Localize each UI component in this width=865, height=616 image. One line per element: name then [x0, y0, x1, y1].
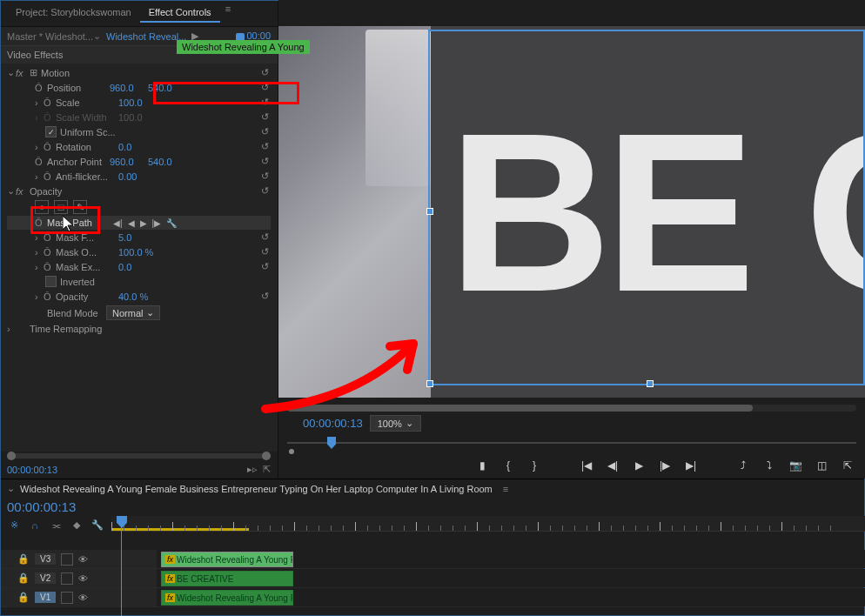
timeline-ruler[interactable]: [111, 516, 865, 532]
sequence-name[interactable]: Wideshot Revealing A Young Female Busine…: [20, 484, 493, 494]
timeline-timecode[interactable]: 00:00:00:13: [7, 499, 76, 514]
time-remapping-row[interactable]: ›fx Time Remapping: [7, 322, 271, 336]
mask-expansion-row[interactable]: ›Ō Mask Ex... 0.0 ↺: [7, 259, 271, 274]
panel-menu-icon[interactable]: ≡: [225, 3, 231, 23]
opacity-effect-row[interactable]: ⌄fx Opacity ↺: [7, 184, 271, 198]
reset-icon[interactable]: ↺: [258, 291, 271, 302]
reset-icon[interactable]: ↺: [258, 141, 271, 152]
master-clip-label[interactable]: Master * Wideshot...: [7, 31, 93, 42]
lock-icon[interactable]: 🔒: [17, 553, 30, 565]
mark-out-bracket-icon[interactable]: }: [526, 458, 543, 473]
wrench-icon[interactable]: 🔧: [91, 519, 104, 531]
clip-v3[interactable]: fx Wideshot Revealing A Young Female Bus…: [161, 552, 293, 567]
stopwatch-icon[interactable]: Ō: [44, 171, 56, 182]
camera-icon[interactable]: 📷: [787, 458, 804, 473]
ellipse-mask-icon[interactable]: ○: [35, 200, 49, 214]
reset-icon[interactable]: ↺: [258, 67, 271, 78]
clip-v1[interactable]: fx Wideshot Revealing A Young Female Bus…: [161, 590, 293, 606]
step-back-icon[interactable]: ◀|: [604, 458, 621, 473]
magnet-icon[interactable]: ∩: [28, 520, 42, 531]
wrench-icon[interactable]: 🔧: [164, 218, 178, 228]
checkbox-icon[interactable]: [45, 276, 57, 287]
eye-icon[interactable]: 👁: [78, 554, 88, 565]
track-label[interactable]: V3: [35, 553, 56, 565]
video-preview[interactable]: BE CR: [278, 26, 865, 398]
opacity-value-row[interactable]: ›Ō Opacity 40.0 % ↺: [7, 289, 271, 304]
mute-toggle[interactable]: [61, 553, 73, 566]
reset-icon[interactable]: ↺: [258, 126, 271, 137]
panel-timecode[interactable]: 00:00:00:13: [7, 465, 57, 475]
reset-icon[interactable]: ↺: [258, 185, 271, 197]
tab-effect-controls[interactable]: Effect Controls: [140, 3, 220, 23]
go-to-in-icon[interactable]: |◀: [578, 458, 595, 473]
marker-icon[interactable]: ◆: [70, 519, 84, 531]
snap-icon[interactable]: ※: [7, 519, 21, 531]
mask-opacity-row[interactable]: ›Ō Mask O... 100.0 % ↺: [7, 244, 271, 259]
anchor-point-row[interactable]: Ō Anchor Point 960.0 540.0 ↺: [7, 154, 271, 169]
reset-icon[interactable]: ↺: [258, 246, 271, 258]
mute-toggle[interactable]: [61, 572, 73, 585]
motion-effect-row[interactable]: ⌄fx ⊞ Motion ↺: [7, 65, 271, 80]
lift-icon[interactable]: ⤴: [734, 458, 752, 473]
reset-icon[interactable]: ↺: [258, 261, 271, 272]
linked-selection-icon[interactable]: ⫘: [49, 520, 63, 531]
track-forward-icon[interactable]: ▶: [138, 218, 149, 228]
stopwatch-icon[interactable]: Ō: [44, 291, 56, 302]
track-label[interactable]: V1: [35, 592, 56, 603]
play-icon[interactable]: ▶: [630, 458, 647, 473]
step-forward-icon[interactable]: |▶: [656, 458, 674, 473]
program-ruler[interactable]: [287, 437, 856, 452]
stopwatch-icon[interactable]: Ō: [35, 83, 47, 93]
blend-mode-row[interactable]: Blend Mode Normal⌄: [7, 304, 271, 322]
inverted-row[interactable]: Inverted: [7, 274, 271, 289]
rotation-row[interactable]: ›Ō Rotation 0.0 ↺: [7, 139, 271, 154]
export-frame-icon[interactable]: ⇱: [839, 458, 856, 473]
lock-icon[interactable]: 🔒: [17, 592, 30, 603]
eye-icon[interactable]: 👁: [78, 573, 88, 584]
stopwatch-icon[interactable]: Ō: [44, 97, 56, 108]
next-keyframe-icon[interactable]: |▶: [151, 218, 164, 228]
blend-mode-dropdown[interactable]: Normal⌄: [106, 305, 160, 320]
sequence-clip-link[interactable]: Wideshot Reveal...: [106, 31, 186, 42]
rectangle-mask-icon[interactable]: □: [54, 200, 68, 214]
monitor-h-scrollbar[interactable]: [287, 405, 856, 412]
tab-project[interactable]: Project: Storyblockswoman: [7, 3, 140, 23]
chevron-down-icon[interactable]: ⌄: [93, 30, 101, 42]
extract-icon[interactable]: ⤵: [761, 458, 778, 473]
mask-path-row[interactable]: Ō Mask Path ◀| ◀ ▶ |▶ 🔧: [7, 216, 271, 230]
timeline-playhead[interactable]: [117, 516, 127, 528]
eye-icon[interactable]: 👁: [78, 593, 88, 603]
reset-icon[interactable]: ↺: [258, 171, 271, 182]
panel-menu-icon[interactable]: ≡: [503, 484, 508, 494]
zoom-dropdown[interactable]: 100%⌄: [370, 415, 421, 432]
antiflicker-row[interactable]: ›Ō Anti-flicker... 0.00 ↺: [7, 169, 271, 184]
lock-icon[interactable]: 🔒: [17, 572, 30, 584]
reset-icon[interactable]: ↺: [258, 231, 271, 243]
chevron-down-icon[interactable]: ⌄: [7, 483, 15, 494]
reset-icon[interactable]: ↺: [258, 82, 271, 93]
export-icon[interactable]: ⇱: [263, 464, 271, 475]
track-label[interactable]: V2: [35, 572, 56, 584]
checkbox-checked-icon[interactable]: ✓: [45, 126, 57, 137]
mark-in-bracket-icon[interactable]: {: [500, 458, 517, 473]
effect-timeline-scrollbar[interactable]: [0, 452, 278, 460]
stopwatch-icon[interactable]: Ō: [35, 157, 47, 167]
stopwatch-icon[interactable]: Ō: [44, 247, 56, 258]
mark-in-icon[interactable]: ▮: [473, 458, 491, 473]
stopwatch-icon[interactable]: Ō: [44, 142, 56, 152]
stopwatch-icon[interactable]: Ō: [35, 218, 47, 228]
reset-icon[interactable]: ↺: [258, 156, 271, 167]
pen-mask-icon[interactable]: ✎: [73, 200, 87, 214]
loop-icon[interactable]: ▸▹: [247, 464, 258, 475]
stopwatch-icon[interactable]: Ō: [44, 262, 56, 272]
compare-icon[interactable]: ◫: [813, 458, 830, 473]
go-to-out-icon[interactable]: ▶|: [682, 458, 700, 473]
program-timecode[interactable]: 00:00:00:13: [303, 417, 363, 430]
reset-icon[interactable]: ↺: [258, 97, 271, 108]
mask-feather-row[interactable]: ›Ō Mask F...5.0 ↺: [7, 230, 271, 244]
clip-v2[interactable]: fx BE CREATIVE: [161, 571, 293, 586]
scale-row[interactable]: ›Ō Scale 100.0 ↺: [7, 95, 271, 110]
reset-icon[interactable]: ↺: [258, 111, 271, 123]
mute-toggle[interactable]: [61, 592, 73, 604]
position-row[interactable]: Ō Position 960.0 540.0 ↺: [7, 80, 271, 95]
